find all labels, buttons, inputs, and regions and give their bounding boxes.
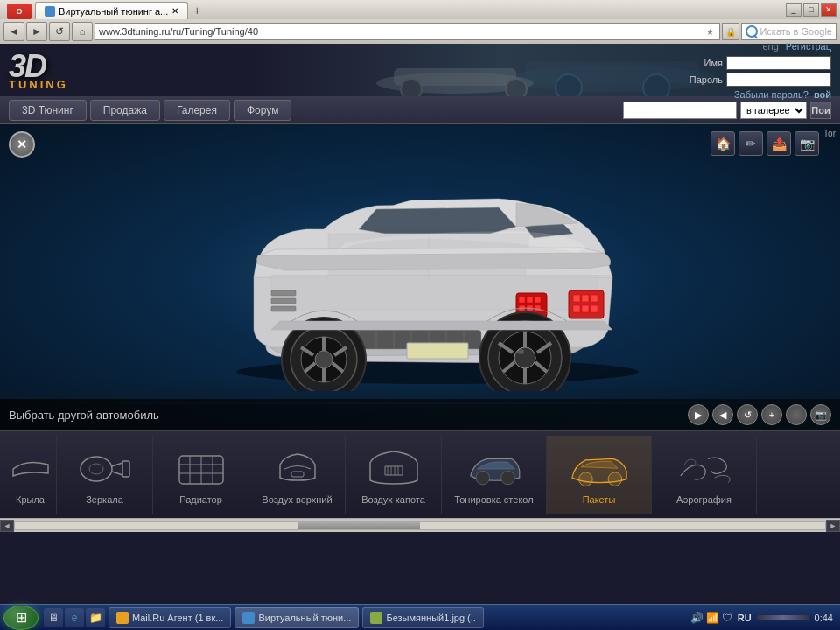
part-tonirovka-label: Тонировка стекол xyxy=(454,494,533,505)
viewer-zoom-out-btn[interactable]: - xyxy=(786,404,807,425)
forward-btn[interactable]: ► xyxy=(26,22,47,41)
part-pakety[interactable]: Пакеты xyxy=(547,436,652,514)
viewer-screenshot-btn[interactable]: 📷 xyxy=(810,404,831,425)
volume-slider[interactable] xyxy=(757,615,809,620)
viewer-close-btn[interactable]: ✕ xyxy=(9,131,35,158)
search-placeholder-text: Искать в Google xyxy=(760,26,832,37)
viewer-control-buttons: ▶ ◀ ↺ + - 📷 xyxy=(688,404,831,425)
site-header: 3D TUNING eng Регистрац Имя Пароль Забыл… xyxy=(0,44,840,96)
taskbar-mailru-label: Mail.Ru Агент (1 вк... xyxy=(132,612,223,623)
nav-search-btn[interactable]: Пои xyxy=(810,102,831,119)
svg-point-64 xyxy=(89,464,103,474)
login-pass-input[interactable] xyxy=(726,73,831,87)
viewer-bottom-bar: Выбрать другой автомобиль ▶ ◀ ↺ + - 📷 xyxy=(0,399,840,430)
tray-security-icon: 🛡 xyxy=(722,612,732,624)
viewer-left-btn[interactable]: ◀ xyxy=(712,404,733,425)
address-bar[interactable]: www.3dtuning.ru/ru/Tuning/Tuning/40 ★ xyxy=(94,23,720,40)
login-enter-btn[interactable]: вой xyxy=(814,89,831,100)
quick-launch-show-desktop[interactable]: 🖥 xyxy=(44,608,63,627)
part-radiator-label: Радиатор xyxy=(179,494,222,505)
part-pakety-label: Пакеты xyxy=(583,494,616,505)
part-tonirovka[interactable]: Тонировка стекол xyxy=(442,436,547,514)
svg-point-52 xyxy=(315,351,332,368)
tray-volume-icon: 📶 xyxy=(706,612,719,624)
svg-point-79 xyxy=(608,472,622,486)
scroll-right-btn[interactable]: ► xyxy=(826,520,840,532)
back-btn[interactable]: ◄ xyxy=(4,22,24,41)
viewer-tool-home[interactable]: 🏠 xyxy=(710,131,735,156)
nav-galereya[interactable]: Галерея xyxy=(164,100,230,121)
parts-scroll-container: Крыла Зеркала xyxy=(0,436,761,514)
scroll-left-btn[interactable]: ◄ xyxy=(0,520,14,532)
maximize-btn[interactable]: □ xyxy=(803,3,819,17)
svg-rect-16 xyxy=(582,305,589,312)
quick-launch: 🖥 e 📁 xyxy=(44,608,105,627)
taskbar-mailru[interactable]: Mail.Ru Агент (1 вк... xyxy=(108,607,231,628)
window-controls: _ □ ✕ xyxy=(786,3,836,17)
part-aerografiya[interactable]: Аэрография xyxy=(652,436,757,514)
close-btn[interactable]: ✕ xyxy=(821,3,836,17)
svg-rect-36 xyxy=(271,306,296,312)
lang-label: eng xyxy=(762,41,778,52)
part-zerkala[interactable]: Зеркала xyxy=(57,436,153,514)
viewer-tool-edit[interactable]: ✏ xyxy=(738,131,763,156)
scrollbar-thumb[interactable] xyxy=(298,522,420,529)
nav-search-select[interactable]: в галерее xyxy=(740,102,807,119)
part-vozduh-k[interactable]: Воздух капота xyxy=(346,436,442,514)
browser-url: www.3dtuning.ru/ru/Tuning/Tuning/40 xyxy=(99,26,704,37)
svg-rect-34 xyxy=(271,290,296,296)
forgot-password-link[interactable]: Забыли пароль? xyxy=(734,89,808,100)
language-indicator[interactable]: RU xyxy=(738,612,752,623)
new-tab-btn[interactable]: + xyxy=(188,2,206,19)
select-car-btn[interactable]: Выбрать другой автомобиль xyxy=(9,409,159,422)
login-pass-label: Пароль xyxy=(679,74,723,85)
nav-forum[interactable]: Форум xyxy=(234,100,291,121)
svg-line-61 xyxy=(112,463,122,466)
google-logo xyxy=(746,25,758,38)
svg-point-3 xyxy=(643,74,669,96)
svg-rect-14 xyxy=(591,295,598,302)
cert-btn[interactable]: 🔒 xyxy=(722,23,739,40)
tab-close-btn[interactable]: ✕ xyxy=(172,6,178,16)
bookmark-btn[interactable]: ★ xyxy=(704,27,716,37)
svg-rect-15 xyxy=(573,305,580,312)
site-nav: 3D Тюнинг Продажа Галерея Форум в галере… xyxy=(0,96,840,124)
part-vozduh-k-icon xyxy=(363,444,424,493)
active-tab[interactable]: Виртуальный тюнинг а... ✕ xyxy=(35,2,188,19)
viewer-play-btn[interactable]: ▶ xyxy=(688,404,709,425)
svg-point-6 xyxy=(401,79,422,96)
part-pakety-icon xyxy=(569,444,630,493)
viewer-rotate-btn[interactable]: ↺ xyxy=(737,404,758,425)
nav-3dtuning[interactable]: 3D Тюнинг xyxy=(9,100,87,121)
scrollbar-track[interactable] xyxy=(14,522,826,530)
part-vozduh-v-label: Воздух верхний xyxy=(262,494,332,505)
taskbar: ⊞ 🖥 e 📁 Mail.Ru Агент (1 вк... Виртуальн… xyxy=(0,604,840,630)
svg-point-7 xyxy=(506,79,527,96)
part-vozduh-v[interactable]: Воздух верхний xyxy=(249,436,346,514)
taskbar-tuning[interactable]: Виртуальный тюни... xyxy=(234,607,359,628)
viewer-zoom-in-btn[interactable]: + xyxy=(761,404,782,425)
clock: 0:44 xyxy=(815,612,833,623)
car-svg xyxy=(184,155,691,391)
part-radiator[interactable]: Радиатор xyxy=(153,436,249,514)
refresh-btn[interactable]: ↺ xyxy=(49,22,70,41)
viewer-tool-camera[interactable]: 📷 xyxy=(794,131,819,156)
login-name-input[interactable] xyxy=(726,56,831,70)
part-krilo[interactable]: Крыла xyxy=(4,436,57,514)
nav-prodazha[interactable]: Продажа xyxy=(90,100,160,121)
part-vozduh-v-icon xyxy=(267,444,328,493)
nav-search-input[interactable] xyxy=(623,102,737,119)
svg-rect-59 xyxy=(407,343,468,359)
quick-launch-folder[interactable]: 📁 xyxy=(86,608,105,627)
taskbar-image[interactable]: Безымянный1.jpg (.. xyxy=(362,607,483,628)
quick-launch-ie[interactable]: e xyxy=(65,608,84,627)
tab-title: Виртуальный тюнинг а... xyxy=(59,6,168,17)
part-zerkala-label: Зеркала xyxy=(86,494,123,505)
svg-point-48 xyxy=(517,349,524,354)
minimize-btn[interactable]: _ xyxy=(786,3,802,17)
start-button[interactable]: ⊞ xyxy=(4,606,38,630)
home-btn[interactable]: ⌂ xyxy=(72,22,93,41)
viewer-tool-share[interactable]: 📤 xyxy=(766,131,791,156)
register-link[interactable]: Регистрац xyxy=(786,41,831,52)
part-zerkala-icon xyxy=(74,444,136,493)
